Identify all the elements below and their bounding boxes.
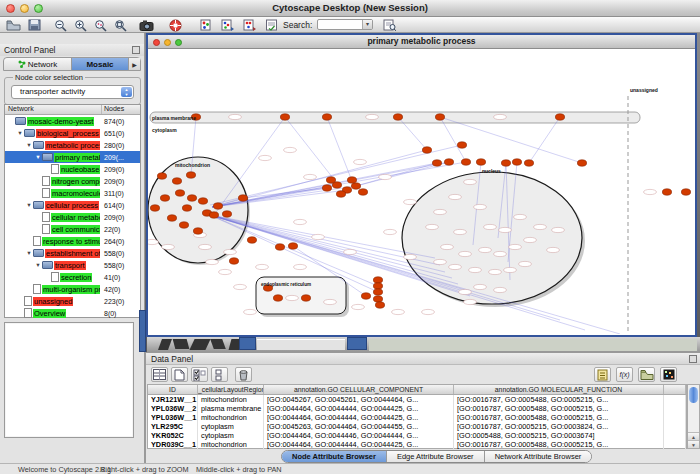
import-attributes-icon[interactable] <box>243 18 257 32</box>
network-node[interactable] <box>247 237 256 243</box>
network-node[interactable] <box>222 211 231 217</box>
float-panel-icon[interactable] <box>689 355 697 363</box>
search-options-icon[interactable] <box>383 18 397 32</box>
twisty-icon[interactable]: ▼ <box>25 199 33 211</box>
table-row[interactable]: YDR039C__1mitochondrion[GO:0044464, GO:0… <box>148 440 686 449</box>
tree-row[interactable]: ▼metabolic process280(0) <box>5 139 140 151</box>
function-builder-icon[interactable]: f(x) <box>616 367 633 382</box>
network-node[interactable] <box>444 159 453 165</box>
close-button[interactable] <box>6 4 15 13</box>
network-node[interactable] <box>347 177 356 183</box>
network-node[interactable] <box>461 159 470 165</box>
tab-mosaic[interactable]: Mosaic <box>72 58 128 70</box>
tree-col-nodes[interactable]: Nodes <box>102 105 140 114</box>
col-header-cellular-component[interactable]: annotation.GO CELLULAR_COMPONENT <box>264 385 454 394</box>
network-node[interactable] <box>172 178 181 184</box>
snapshot-camera-icon[interactable] <box>139 18 154 32</box>
tree-row[interactable]: multi-organism pro42(0) <box>5 283 140 295</box>
network-node[interactable] <box>393 114 402 120</box>
network-node[interactable] <box>179 222 188 228</box>
network-node[interactable] <box>457 142 466 148</box>
select-all-attributes-icon[interactable] <box>191 367 208 382</box>
twisty-icon[interactable]: ▼ <box>25 139 33 151</box>
scrollbar-thumb[interactable] <box>689 387 698 403</box>
network-node[interactable] <box>150 205 159 211</box>
tab-edge-attribute-browser[interactable]: Edge Attribute Browser <box>387 451 485 462</box>
network-node[interactable] <box>198 198 207 204</box>
search-dropdown-arrow-icon[interactable]: ▾ <box>362 20 372 29</box>
twisty-icon[interactable]: ▼ <box>25 247 33 259</box>
network-node[interactable] <box>432 160 441 166</box>
zoom-in-icon[interactable] <box>74 18 87 32</box>
network-node[interactable] <box>182 205 191 211</box>
network-node[interactable] <box>326 177 335 183</box>
tree-row[interactable]: ▼establishment of lo558(0) <box>5 247 140 259</box>
tree-row[interactable]: macromolecule311(0) <box>5 187 140 199</box>
network-node[interactable] <box>238 195 247 201</box>
tree-row[interactable]: cellular metabol209(0) <box>5 211 140 223</box>
twisty-icon[interactable]: ▼ <box>34 259 42 271</box>
network-node[interactable] <box>157 173 166 179</box>
network-node[interactable] <box>275 244 284 250</box>
network-node[interactable] <box>273 295 282 301</box>
scroll-down-icon[interactable]: ▼ <box>688 440 699 448</box>
help-lifering-icon[interactable] <box>169 18 182 32</box>
float-panel-icon[interactable] <box>132 46 140 54</box>
network-node[interactable] <box>435 114 444 120</box>
attribute-list-icon[interactable] <box>594 367 611 382</box>
network-node[interactable] <box>501 160 510 166</box>
network-node[interactable] <box>476 159 485 165</box>
network-node[interactable] <box>280 114 289 120</box>
zoom-selected-icon[interactable] <box>94 18 107 32</box>
network-node[interactable] <box>373 277 382 283</box>
birds-eye-view[interactable] <box>4 322 134 438</box>
twisty-icon[interactable]: ▼ <box>34 151 42 163</box>
network-node[interactable] <box>662 189 671 195</box>
network-node[interactable] <box>322 114 331 120</box>
network-node[interactable] <box>555 114 564 120</box>
tree-row[interactable]: cell communicat22(0) <box>5 223 140 235</box>
network-node[interactable] <box>351 183 360 189</box>
col-header-id[interactable]: ID <box>148 385 198 394</box>
network-node[interactable] <box>524 160 533 166</box>
network-node[interactable] <box>167 215 176 221</box>
tree-row[interactable]: ▼biological_process651(0) <box>5 127 140 139</box>
twisty-icon[interactable]: ▼ <box>16 127 24 139</box>
tree-row-selected[interactable]: ▼primary metabo209(... <box>5 151 140 163</box>
tree-row[interactable]: Overview8(0) <box>5 307 140 319</box>
network-node[interactable] <box>336 191 345 197</box>
network-node[interactable] <box>373 296 382 302</box>
attribute-matrix-icon[interactable] <box>660 367 677 382</box>
tree-col-network[interactable]: Network <box>5 105 102 114</box>
annotation-icon[interactable] <box>265 18 278 32</box>
scroll-up-icon[interactable]: ▲ <box>688 432 699 440</box>
import-attribute-file-icon[interactable] <box>638 367 655 382</box>
more-tabs-button[interactable]: ▶ <box>128 58 140 70</box>
network-node[interactable] <box>160 195 169 201</box>
network-node[interactable] <box>175 190 184 196</box>
network-node[interactable] <box>375 302 384 308</box>
network-canvas-area[interactable]: plasma membrane cytoplasm mitochondrion … <box>148 49 695 334</box>
import-network-icon[interactable] <box>221 18 235 32</box>
vizmapper-icon[interactable] <box>199 18 212 32</box>
dropdown-stepper-icon[interactable]: ▲▼ <box>121 87 132 97</box>
network-window-titlebar[interactable]: primary metabolic process <box>148 35 695 49</box>
network-node[interactable] <box>322 185 331 191</box>
network-node[interactable] <box>373 283 382 289</box>
tab-node-attribute-browser[interactable]: Node Attribute Browser <box>282 451 387 462</box>
tree-row[interactable]: nitrogen compo209(0) <box>5 175 140 187</box>
create-attribute-icon[interactable] <box>171 367 188 382</box>
delete-attribute-icon[interactable] <box>235 367 252 382</box>
tree-row[interactable]: ▼cellular process614(0) <box>5 199 140 211</box>
save-icon[interactable] <box>28 18 41 32</box>
node-color-dropdown[interactable]: transporter activity ▲▼ <box>11 85 134 99</box>
net-maximize-button[interactable] <box>175 39 182 46</box>
tree-row[interactable]: unassigned223(0) <box>5 295 140 307</box>
network-node[interactable] <box>681 189 690 195</box>
table-row[interactable]: YJR121W__1mitochondrion[GO:0045267, GO:0… <box>148 395 686 404</box>
network-view-window[interactable]: primary metabolic process plasma membran… <box>146 33 697 337</box>
minimize-button[interactable] <box>20 4 29 13</box>
network-node[interactable] <box>288 243 297 249</box>
zoom-fit-icon[interactable] <box>114 18 127 32</box>
tree-row[interactable]: nucleobase-209(0) <box>5 163 140 175</box>
